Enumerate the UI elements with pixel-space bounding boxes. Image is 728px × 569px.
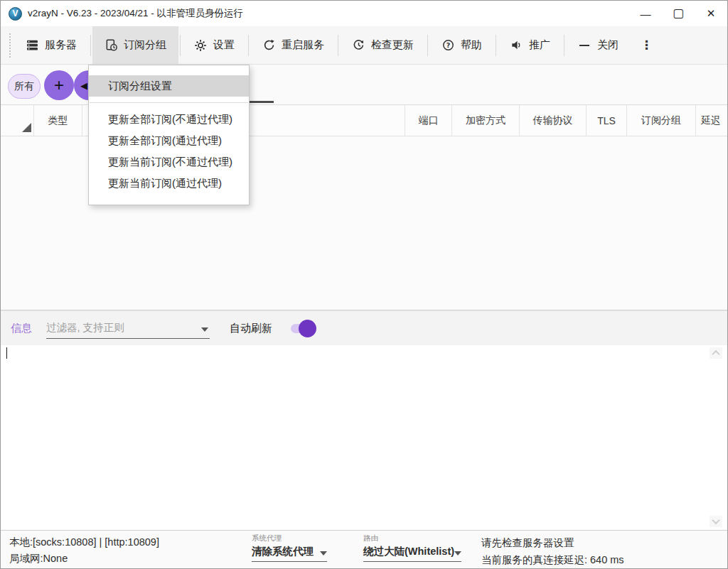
select-all-corner[interactable] bbox=[1, 105, 34, 136]
toolbar-close-app[interactable]: 关闭 bbox=[566, 26, 631, 64]
column-header-encryption[interactable]: 加密方式 bbox=[452, 105, 520, 136]
toolbar-restart-service[interactable]: 重启服务 bbox=[250, 26, 336, 64]
toolbar-settings[interactable]: 设置 bbox=[182, 26, 247, 64]
toolbar-promotion[interactable]: 推广 bbox=[498, 26, 562, 64]
menu-item-group-settings[interactable]: 订阅分组设置 bbox=[89, 75, 249, 97]
minimize-button[interactable]: — bbox=[629, 1, 662, 26]
status-bar: 本地:[socks:10808] | [http:10809] 局域网:None… bbox=[1, 530, 727, 569]
toolbar-divider bbox=[564, 35, 564, 56]
add-group-button[interactable]: + bbox=[44, 70, 74, 100]
system-proxy-value: 清除系统代理 bbox=[252, 546, 314, 557]
info-label: 信息 bbox=[11, 322, 32, 335]
toolbar-check-update[interactable]: 检查更新 bbox=[340, 26, 426, 64]
svg-text:?: ? bbox=[446, 41, 450, 49]
menu-item-update-current-via-proxy[interactable]: 更新当前订阅(通过代理) bbox=[89, 173, 249, 194]
chevron-up-icon bbox=[712, 350, 719, 358]
toolbar-divider bbox=[90, 35, 91, 56]
subscription-icon bbox=[105, 39, 117, 52]
toolbar-close-app-label: 关闭 bbox=[597, 38, 619, 52]
connection-status: 请先检查服务器设置 当前服务的真连接延迟: 640 ms bbox=[481, 534, 624, 568]
local-listen-text: 本地:[socks:10808] | [http:10809] bbox=[9, 534, 159, 551]
system-proxy-combo: 系统代理 清除系统代理 bbox=[252, 533, 327, 562]
window-title: v2rayN - V6.23 - 2023/04/21 - 以非管理员身份运行 bbox=[28, 7, 243, 20]
toolbar-promotion-label: 推广 bbox=[529, 38, 550, 52]
toolbar-grip bbox=[9, 33, 11, 58]
column-header-subscription-group[interactable]: 订阅分组 bbox=[627, 105, 696, 136]
column-header-type[interactable]: 类型 bbox=[34, 105, 82, 136]
column-header-tls[interactable]: TLS bbox=[587, 105, 627, 136]
toolbar-help[interactable]: ? 帮助 bbox=[429, 26, 494, 64]
help-icon: ? bbox=[441, 39, 454, 52]
routing-dropdown-arrow-icon bbox=[454, 551, 461, 556]
main-toolbar: 服务器 订阅分组 设置 重启服务 检查更 bbox=[1, 26, 727, 65]
service-hint-text: 请先检查服务器设置 bbox=[481, 534, 624, 551]
filter-dropdown-arrow-icon[interactable] bbox=[201, 327, 208, 332]
auto-refresh-toggle-knob bbox=[299, 320, 316, 337]
tab-underline bbox=[250, 101, 274, 103]
toolbar-help-label: 帮助 bbox=[461, 38, 482, 52]
column-header-transport[interactable]: 传输协议 bbox=[520, 105, 587, 136]
toolbar-servers[interactable]: 服务器 bbox=[14, 26, 89, 64]
system-proxy-label: 系统代理 bbox=[252, 533, 327, 543]
toolbar-overflow-button[interactable]: ⋮ bbox=[631, 26, 663, 64]
toolbar-divider bbox=[496, 35, 496, 56]
auto-refresh-label: 自动刷新 bbox=[230, 322, 272, 335]
minus-icon bbox=[578, 39, 591, 52]
v2rayn-window: V v2rayN - V6.23 - 2023/04/21 - 以非管理员身份运… bbox=[0, 0, 728, 569]
speaker-icon bbox=[510, 39, 523, 52]
servers-icon bbox=[26, 39, 38, 52]
menu-item-update-current-no-proxy[interactable]: 更新当前订阅(不通过代理) bbox=[89, 151, 249, 173]
title-bar: V v2rayN - V6.23 - 2023/04/21 - 以非管理员身份运… bbox=[1, 1, 727, 26]
toolbar-divider bbox=[248, 35, 249, 56]
tab-all-groups[interactable]: 所有 bbox=[8, 74, 41, 99]
column-header-port[interactable]: 端口 bbox=[405, 105, 452, 136]
toolbar-subscription-group[interactable]: 订阅分组 bbox=[92, 26, 178, 64]
menu-separator bbox=[90, 102, 248, 103]
toolbar-check-update-label: 检查更新 bbox=[371, 38, 414, 52]
toolbar-divider bbox=[180, 35, 181, 56]
system-proxy-select[interactable]: 清除系统代理 bbox=[252, 543, 327, 562]
scroll-down-button[interactable] bbox=[710, 516, 722, 527]
toolbar-settings-label: 设置 bbox=[213, 38, 235, 52]
message-filter-combo bbox=[46, 318, 210, 339]
select-all-triangle-icon bbox=[22, 123, 31, 132]
toolbar-divider bbox=[427, 35, 428, 56]
toolbar-subscription-group-label: 订阅分组 bbox=[124, 38, 166, 52]
toolbar-restart-service-label: 重启服务 bbox=[282, 38, 324, 52]
gear-icon bbox=[194, 39, 207, 52]
info-filter-row: 信息 自动刷新 bbox=[1, 310, 727, 345]
scroll-up-button[interactable] bbox=[710, 347, 722, 359]
app-logo-icon: V bbox=[9, 7, 22, 21]
restart-icon bbox=[262, 39, 275, 52]
message-filter-input[interactable] bbox=[46, 318, 192, 337]
window-controls: — ▢ ✕ bbox=[629, 1, 727, 26]
column-header-latency[interactable]: 延迟 bbox=[696, 105, 727, 136]
toolbar-divider bbox=[338, 35, 338, 56]
system-proxy-dropdown-arrow-icon bbox=[320, 551, 327, 556]
routing-select[interactable]: 绕过大陆(Whitelist) bbox=[363, 543, 461, 562]
auto-refresh-toggle[interactable] bbox=[291, 324, 314, 333]
subscription-group-menu: 订阅分组设置 更新全部订阅(不通过代理) 更新全部订阅(通过代理) 更新当前订阅… bbox=[88, 65, 250, 205]
menu-item-update-all-no-proxy[interactable]: 更新全部订阅(不通过代理) bbox=[89, 109, 249, 130]
lan-listen-text: 局域网:None bbox=[9, 551, 159, 567]
chevron-down-icon bbox=[712, 516, 719, 524]
text-caret bbox=[6, 347, 7, 359]
routing-value: 绕过大陆(Whitelist) bbox=[363, 546, 454, 557]
close-button[interactable]: ✕ bbox=[695, 1, 727, 26]
listen-info: 本地:[socks:10808] | [http:10809] 局域网:None bbox=[9, 534, 159, 567]
check-update-icon bbox=[352, 39, 365, 52]
menu-item-update-all-via-proxy[interactable]: 更新全部订阅(通过代理) bbox=[89, 130, 249, 151]
routing-combo: 路由 绕过大陆(Whitelist) bbox=[363, 533, 461, 562]
routing-label: 路由 bbox=[363, 533, 461, 543]
maximize-button[interactable]: ▢ bbox=[662, 1, 695, 26]
toolbar-servers-label: 服务器 bbox=[45, 38, 77, 52]
message-log-area[interactable] bbox=[1, 345, 727, 530]
latency-text: 当前服务的真连接延迟: 640 ms bbox=[481, 551, 624, 568]
